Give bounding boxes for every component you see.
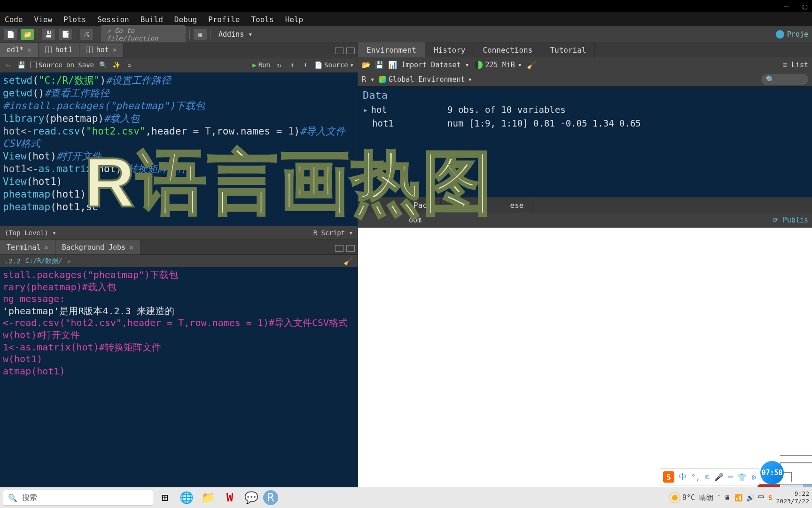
- up-icon[interactable]: ⬆: [288, 61, 297, 69]
- menu-plots[interactable]: Plots: [63, 15, 86, 24]
- scope-selector[interactable]: (Top Level) ▾: [5, 229, 56, 237]
- env-row-hot[interactable]: ▸hot9 obs. of 10 variables: [363, 103, 807, 117]
- tab-ed1[interactable]: ed1*×: [0, 43, 39, 57]
- console-output[interactable]: stall.packages("pheatmap")下载包 rary(pheat…: [0, 267, 358, 379]
- rerun-icon[interactable]: ↻: [275, 61, 283, 69]
- working-dir-label[interactable]: C:/R/数据/: [25, 257, 62, 265]
- close-icon[interactable]: ×: [44, 244, 48, 251]
- taskbar-search[interactable]: 🔍 搜索: [3, 490, 153, 506]
- ime-toolbar[interactable]: S 中 °, ☺ 🎤 ⌨ 👕 ⚙: [659, 468, 760, 485]
- taskbar-clock[interactable]: 9:222023/7/22: [776, 490, 809, 505]
- ime-punct-icon[interactable]: °,: [691, 473, 700, 482]
- menu-debug[interactable]: Debug: [174, 15, 197, 24]
- ime-mic-icon[interactable]: 🎤: [714, 473, 724, 482]
- wps-icon[interactable]: W: [220, 489, 240, 506]
- menu-build[interactable]: Build: [141, 15, 163, 24]
- code-editor[interactable]: setwd("C:/R/数据")#设置工作路径 getwd()#查看工作路径 #…: [0, 72, 358, 226]
- menu-code[interactable]: Code: [5, 15, 23, 24]
- close-icon[interactable]: ×: [129, 244, 133, 251]
- new-file-button[interactable]: 📄: [4, 29, 17, 40]
- back-icon[interactable]: ⇦: [4, 61, 12, 69]
- menu-session[interactable]: Session: [97, 15, 129, 24]
- menu-profile[interactable]: Profile: [208, 15, 240, 24]
- env-search-input[interactable]: 🔍: [761, 74, 808, 85]
- maximize-button[interactable]: ▢: [803, 2, 807, 11]
- close-icon[interactable]: ×: [113, 46, 117, 54]
- wechat-icon[interactable]: 💬: [242, 489, 261, 506]
- wand-icon[interactable]: ✨: [112, 61, 120, 69]
- source-on-save-checkbox[interactable]: Source on Save: [30, 61, 94, 69]
- addins-menu[interactable]: Addins ▾: [215, 28, 256, 40]
- tab-other[interactable]: ese: [502, 198, 533, 213]
- tray-monitor-icon[interactable]: 🖥: [724, 494, 731, 501]
- open-file-button[interactable]: 📁: [21, 29, 34, 40]
- tab-packages[interactable]: Pack: [405, 198, 441, 213]
- zoom-label[interactable]: oom: [409, 216, 422, 224]
- import-dataset-menu[interactable]: 📊 Import Dataset ▾: [388, 61, 469, 69]
- tray-ime-icon[interactable]: 中: [758, 493, 765, 502]
- tab-hot1[interactable]: hot1: [39, 43, 79, 57]
- tray-sogou-icon[interactable]: S: [768, 494, 772, 501]
- tab-environment[interactable]: Environment: [358, 42, 425, 58]
- tab-hot[interactable]: hot×: [79, 43, 124, 57]
- tab-connections[interactable]: Connections: [474, 42, 541, 58]
- maximize-pane-icon[interactable]: [346, 245, 355, 252]
- edge-icon[interactable]: 🌐: [177, 489, 196, 506]
- env-row-hot1[interactable]: hot1num [1:9, 1:10] 0.81 -0.05 1.34 0.65: [363, 117, 807, 130]
- weather-widget[interactable]: 9°C 晴朗: [670, 493, 713, 502]
- save-all-button[interactable]: 📑: [59, 29, 72, 40]
- explorer-icon[interactable]: 📁: [198, 489, 218, 506]
- clear-console-icon[interactable]: 🧹: [344, 257, 353, 266]
- tab-terminal[interactable]: Terminal×: [0, 240, 55, 254]
- ime-skin-icon[interactable]: 👕: [737, 473, 747, 482]
- source-button[interactable]: 📄Source ▾: [314, 61, 354, 69]
- maximize-pane-icon[interactable]: [346, 48, 355, 54]
- save-button[interactable]: 💾: [42, 29, 55, 40]
- run-button[interactable]: ▶Run: [252, 61, 270, 69]
- close-icon[interactable]: ×: [27, 46, 31, 54]
- print-button[interactable]: 🖨: [80, 29, 93, 40]
- project-menu[interactable]: Proje: [776, 30, 808, 39]
- ime-keyboard-icon[interactable]: ⌨: [728, 473, 733, 482]
- tray-volume-icon[interactable]: 🔊: [746, 494, 754, 501]
- ime-settings-icon[interactable]: ⚙: [751, 473, 756, 482]
- clear-env-icon[interactable]: 🧹: [527, 61, 536, 70]
- expand-icon[interactable]: ▸: [363, 104, 368, 115]
- tab-history[interactable]: History: [425, 42, 474, 58]
- tray-network-icon[interactable]: 📶: [734, 494, 742, 501]
- env-tabs: Environment History Connections Tutorial: [358, 42, 812, 57]
- rstudio-icon[interactable]: R: [263, 490, 278, 505]
- ime-lang[interactable]: 中: [679, 472, 687, 482]
- load-workspace-icon[interactable]: 📂: [362, 61, 370, 69]
- menu-tools[interactable]: Tools: [251, 15, 273, 24]
- compile-icon[interactable]: ▫: [125, 61, 133, 69]
- minimize-button[interactable]: —: [784, 2, 789, 11]
- minimize-pane-icon[interactable]: [335, 245, 344, 252]
- publish-button[interactable]: ⟳ Publis: [773, 216, 808, 224]
- minimize-pane-icon[interactable]: [335, 48, 344, 54]
- grid-view-button[interactable]: ▦: [194, 29, 207, 40]
- save-icon[interactable]: 💾: [17, 61, 25, 69]
- source-statusbar: (Top Level) ▾ R Script ▾: [0, 226, 358, 239]
- memory-usage[interactable]: 225 MiB ▾: [474, 61, 522, 69]
- sogou-icon[interactable]: S: [663, 471, 674, 483]
- menu-view[interactable]: View: [34, 15, 53, 24]
- goto-dir-icon[interactable]: ↗: [67, 257, 70, 265]
- search-icon[interactable]: 🔍: [99, 61, 107, 69]
- ime-emoji-icon[interactable]: ☺: [705, 473, 710, 482]
- scope-selector[interactable]: Global Environment ▾: [379, 75, 472, 84]
- tab-bg-jobs[interactable]: Background Jobs×: [55, 240, 141, 254]
- titlebar: — ▢: [0, 0, 812, 12]
- task-view-icon[interactable]: ⊞: [155, 489, 175, 506]
- file-type-selector[interactable]: R Script ▾: [313, 229, 353, 237]
- r-version-label: .2.2: [5, 257, 21, 265]
- list-view-menu[interactable]: ≡ List: [783, 61, 808, 69]
- save-workspace-icon[interactable]: 💾: [375, 61, 383, 69]
- goto-file-input[interactable]: ↗ Go to file/function: [101, 25, 186, 44]
- down-icon[interactable]: ⬇: [301, 61, 310, 69]
- language-selector[interactable]: R ▾: [362, 75, 375, 84]
- time-widget[interactable]: 07:58: [760, 461, 784, 484]
- tab-tutorial[interactable]: Tutorial: [541, 42, 595, 58]
- menu-help[interactable]: Help: [285, 15, 304, 24]
- tray-up-icon[interactable]: ˄: [717, 494, 720, 501]
